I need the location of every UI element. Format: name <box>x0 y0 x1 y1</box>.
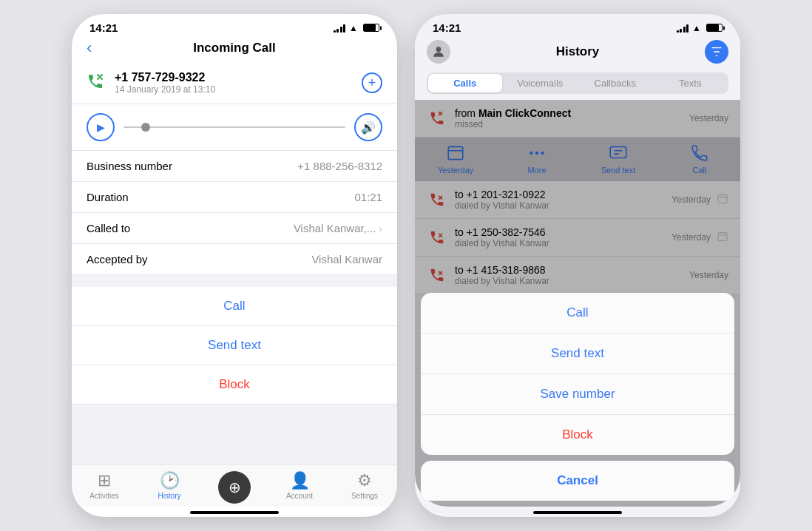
history-icon: 🕑 <box>160 471 180 490</box>
seg-callbacks[interactable]: Callbacks <box>578 74 652 92</box>
action-sheet: Call Send text Save number Block <box>421 293 734 455</box>
tab-activities[interactable]: ⊞ Activities <box>72 471 137 504</box>
home-indicator <box>190 511 279 514</box>
right-nav-title: History <box>450 44 705 59</box>
left-nav-title: Incoming Call <box>193 41 275 55</box>
right-phone: 14:21 ▲ History <box>415 14 740 517</box>
audio-row: ▶ 🔊 <box>72 104 397 151</box>
volume-button[interactable]: 🔊 <box>354 113 382 141</box>
settings-label: Settings <box>351 492 378 500</box>
add-contact-button[interactable]: + <box>362 72 382 93</box>
tab-history[interactable]: 🕑 History <box>137 471 202 504</box>
account-label: Account <box>286 492 313 500</box>
activities-icon: ⊞ <box>98 471 111 490</box>
audio-progress[interactable] <box>124 126 345 128</box>
nav-avatar <box>427 40 450 64</box>
accepted-by-label: Accepted by <box>87 253 148 266</box>
settings-icon: ⚙ <box>357 471 372 490</box>
called-to-value[interactable]: Vishal Kanwar,... › <box>294 222 382 234</box>
duration-value: 01:21 <box>354 191 382 203</box>
audio-thumb[interactable] <box>141 123 150 132</box>
called-to-row: Called to Vishal Kanwar,... › <box>72 213 397 244</box>
history-list: from Main ClickConnect missed Yesterday … <box>415 100 740 507</box>
duration-row: Duration 01:21 <box>72 182 397 213</box>
tab-settings[interactable]: ⚙ Settings <box>332 471 397 504</box>
seg-texts[interactable]: Texts <box>654 74 728 92</box>
sheet-cancel-button[interactable]: Cancel <box>421 461 734 501</box>
duration-label: Duration <box>87 191 129 203</box>
sheet-save-number-button[interactable]: Save number <box>421 374 734 415</box>
right-status-bar: 14:21 ▲ <box>415 14 740 37</box>
left-phone: 14:21 ▲ ‹ Incoming Call <box>72 14 397 517</box>
caller-info: +1 757-729-9322 14 January 2019 at 13:10 <box>115 71 362 95</box>
tab-dialpad[interactable]: ⊕ <box>202 471 267 504</box>
wifi-icon: ▲ <box>349 23 358 33</box>
sheet-block-button[interactable]: Block <box>421 415 734 455</box>
right-nav: History <box>415 37 740 70</box>
caller-row: +1 757-729-9322 14 January 2019 at 13:10… <box>72 62 397 104</box>
left-nav: ‹ Incoming Call <box>72 37 397 62</box>
business-number-row: Business number +1 888-256-8312 <box>72 151 397 182</box>
left-status-bar: 14:21 ▲ <box>72 14 397 37</box>
right-time: 14:21 <box>433 21 461 34</box>
sheet-call-button[interactable]: Call <box>421 293 734 334</box>
sheet-send-text-button[interactable]: Send text <box>421 334 734 374</box>
caller-date: 14 January 2019 at 13:10 <box>115 84 362 95</box>
left-status-icons: ▲ <box>334 23 379 33</box>
right-home-indicator <box>533 511 622 514</box>
action-sheet-overlay: Call Send text Save number Block Cancel <box>415 100 740 507</box>
block-button[interactable]: Block <box>72 365 397 405</box>
tab-bar: ⊞ Activities 🕑 History ⊕ 👤 Account ⚙ Set… <box>72 464 397 507</box>
svg-point-0 <box>436 47 441 52</box>
activities-label: Activities <box>89 492 118 500</box>
seg-voicemails[interactable]: Voicemails <box>504 74 578 92</box>
play-button[interactable]: ▶ <box>87 113 115 141</box>
bottom-spacer <box>72 405 397 464</box>
call-button[interactable]: Call <box>72 287 397 326</box>
call-incoming-icon <box>87 72 107 93</box>
tab-account[interactable]: 👤 Account <box>267 471 332 504</box>
segment-control: Calls Voicemails Callbacks Texts <box>427 72 728 94</box>
chevron-icon: › <box>379 223 382 234</box>
caller-number: +1 757-729-9322 <box>115 71 362 84</box>
right-status-icons: ▲ <box>677 23 723 33</box>
dialpad-icon: ⊕ <box>218 471 251 504</box>
spacer <box>72 275 397 287</box>
history-label: History <box>158 492 180 500</box>
called-to-label: Called to <box>87 222 130 234</box>
back-button[interactable]: ‹ <box>87 40 92 56</box>
filter-button[interactable] <box>705 40 728 64</box>
accepted-by-row: Accepted by Vishal Kanwar <box>72 244 397 275</box>
signal-icon <box>334 24 346 33</box>
business-number-label: Business number <box>87 160 172 172</box>
account-icon: 👤 <box>290 471 310 490</box>
right-signal-icon <box>677 24 689 33</box>
left-time: 14:21 <box>89 21 118 34</box>
right-battery-icon <box>706 24 723 32</box>
battery-icon <box>363 24 379 32</box>
right-wifi-icon: ▲ <box>692 23 701 33</box>
business-number-value: +1 888-256-8312 <box>297 160 382 172</box>
accepted-by-value: Vishal Kanwar <box>311 253 382 266</box>
send-text-button[interactable]: Send text <box>72 326 397 365</box>
seg-calls[interactable]: Calls <box>428 74 502 92</box>
